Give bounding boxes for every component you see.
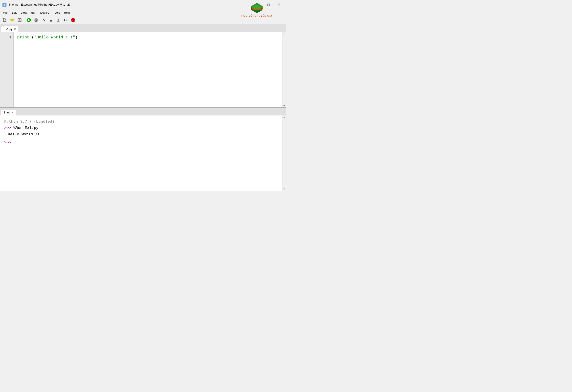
- stop-icon: STOP: [71, 18, 76, 23]
- shell-run-command: %Run Ex1.py: [13, 126, 38, 130]
- svg-rect-12: [19, 18, 20, 20]
- svg-rect-8: [3, 18, 6, 21]
- shell-scroll-up[interactable]: ▲: [283, 116, 285, 118]
- shell-prompt-line-2: >>>: [4, 140, 278, 146]
- editor-section: Ex1.py ✕ 1 print ("Hello World !!!") ▲ ▼: [0, 24, 286, 108]
- shell-output-line: Hello World !!!: [4, 131, 278, 138]
- thonny-icon: T: [2, 2, 7, 7]
- menu-tools[interactable]: Tools: [51, 10, 62, 15]
- stop-btn[interactable]: STOP: [70, 17, 76, 23]
- svg-rect-13: [18, 20, 21, 21]
- shell-run-line: >>> %Run Ex1.py: [4, 125, 278, 131]
- brand-logo: HỌC VỚI CHUYÊN GIA: [241, 2, 272, 17]
- svg-text:STOP: STOP: [71, 19, 76, 22]
- shell-tab-label: Shell: [4, 111, 10, 114]
- editor-tab-label: Ex1.py: [4, 28, 13, 31]
- line-numbers: 1: [0, 32, 14, 108]
- shell-tab-bar: Shell ✕: [0, 108, 286, 115]
- shell-prompt-1: >>>: [4, 126, 13, 130]
- run-btn[interactable]: [25, 17, 32, 23]
- code-paren-close: ): [75, 35, 78, 40]
- run-icon: [27, 18, 31, 22]
- step-over-icon: [42, 18, 46, 22]
- toolbar-sep-1: [24, 18, 24, 22]
- step-out-btn[interactable]: [55, 17, 62, 23]
- shell-prompt-2: >>>: [4, 141, 11, 145]
- step-into-icon: [49, 18, 53, 22]
- status-bar: [0, 191, 286, 196]
- title-bar: T Thonny - E:\Learning\IT\Python\Ex1.py …: [0, 0, 286, 9]
- save-file-icon: [18, 18, 22, 22]
- save-file-btn[interactable]: [16, 17, 23, 23]
- menu-device[interactable]: Device: [38, 10, 51, 15]
- brand-logo-svg: [250, 2, 264, 14]
- menu-run[interactable]: Run: [29, 10, 38, 15]
- shell-text-area[interactable]: Python 3.7.7 (bundled) >>> %Run Ex1.py H…: [0, 115, 282, 191]
- code-paren-open: (: [29, 35, 34, 40]
- brand-text: HỌC VỚI CHUYÊN GIA: [241, 15, 272, 17]
- title-bar-text: Thonny - E:\Learning\IT\Python\Ex1.py @ …: [9, 3, 71, 6]
- svg-text:T: T: [4, 3, 5, 6]
- editor-tab-close[interactable]: ✕: [14, 28, 16, 31]
- svg-marker-24: [50, 20, 52, 21]
- step-over-btn[interactable]: [40, 17, 47, 23]
- svg-point-20: [36, 18, 37, 19]
- shell-tab[interactable]: Shell ✕: [1, 110, 16, 115]
- step-into-btn[interactable]: [48, 17, 54, 23]
- app-window: T Thonny - E:\Learning\IT\Python\Ex1.py …: [0, 0, 286, 196]
- svg-point-19: [35, 18, 36, 19]
- new-file-icon: [3, 18, 7, 22]
- editor-tab-bar: Ex1.py ✕: [0, 24, 286, 32]
- menu-file[interactable]: File: [1, 10, 9, 15]
- debug-btn[interactable]: [33, 17, 40, 23]
- menu-view[interactable]: View: [19, 10, 29, 15]
- shell-output-text: Hello World !!!: [4, 132, 42, 137]
- line-number-1: 1: [2, 34, 12, 41]
- shell-version-text: Python 3.7.7 (bundled): [4, 120, 54, 124]
- open-file-icon: [10, 18, 14, 22]
- editor-tab-ex1[interactable]: Ex1.py ✕: [1, 26, 18, 32]
- main-content: Ex1.py ✕ 1 print ("Hello World !!!") ▲ ▼: [0, 24, 286, 191]
- resume-icon: [64, 18, 68, 22]
- shell-scroll-down[interactable]: ▼: [283, 188, 285, 190]
- new-file-btn[interactable]: [1, 17, 8, 23]
- svg-marker-30: [66, 19, 67, 21]
- close-button[interactable]: ✕: [274, 1, 284, 8]
- editor-scrollbar[interactable]: ▲ ▼: [282, 32, 286, 108]
- svg-marker-27: [57, 18, 59, 19]
- shell-scrollbar[interactable]: ▲ ▼: [282, 115, 286, 191]
- code-area[interactable]: print ("Hello World !!!"): [14, 32, 282, 108]
- editor-pane: 1 print ("Hello World !!!") ▲ ▼: [0, 32, 286, 108]
- menu-edit[interactable]: Edit: [10, 10, 18, 15]
- open-file-btn[interactable]: [9, 17, 16, 23]
- shell-content: Python 3.7.7 (bundled) >>> %Run Ex1.py H…: [0, 115, 286, 191]
- menu-help[interactable]: Help: [62, 10, 72, 15]
- resume-btn[interactable]: [62, 17, 69, 23]
- svg-rect-31: [67, 19, 67, 21]
- scroll-up-arrow[interactable]: ▲: [283, 32, 285, 35]
- shell-python-version: Python 3.7.7 (bundled): [4, 119, 278, 125]
- svg-rect-10: [11, 19, 12, 20]
- title-bar-left: T Thonny - E:\Learning\IT\Python\Ex1.py …: [2, 2, 71, 7]
- shell-tab-close[interactable]: ✕: [11, 111, 13, 114]
- code-string-value: "Hello World !!!": [34, 35, 75, 40]
- debug-icon: [34, 18, 38, 22]
- svg-marker-29: [64, 19, 65, 21]
- svg-point-7: [262, 9, 263, 10]
- code-keyword-print: print: [17, 35, 29, 40]
- scroll-down-arrow[interactable]: ▼: [283, 105, 285, 107]
- shell-section: Shell ✕ Python 3.7.7 (bundled) >>> %Run …: [0, 108, 286, 191]
- step-out-icon: [56, 18, 60, 22]
